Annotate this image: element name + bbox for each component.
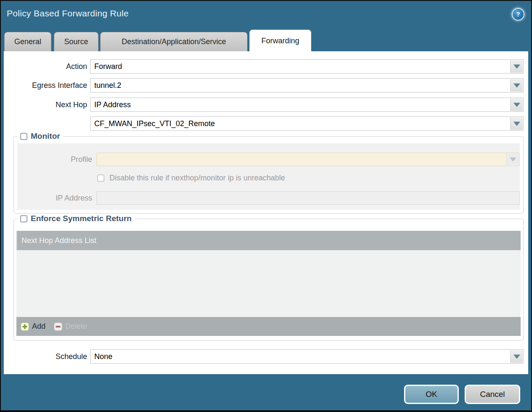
tab-source[interactable]: Source: [54, 32, 98, 51]
profile-dropdown-button: [506, 153, 519, 165]
dropdown-arrow-icon: [513, 355, 520, 359]
monitor-ip-address-input: [96, 191, 520, 205]
delete-button[interactable]: Delete: [54, 322, 87, 331]
next-hop-address-select[interactable]: CF_MWAN_IPsec_VTI_02_Remote: [90, 116, 524, 131]
action-dropdown-button[interactable]: [510, 60, 523, 73]
egress-interface-label: Egress Interface: [4, 78, 87, 92]
disable-rule-label: Disable this rule if nexthop/monitor ip …: [109, 174, 285, 182]
dropdown-arrow-icon: [510, 158, 516, 162]
dropdown-arrow-icon: [513, 65, 520, 69]
dropdown-arrow-icon: [513, 103, 520, 107]
next-hop-address-value: CF_MWAN_IPsec_VTI_02_Remote: [94, 117, 509, 130]
profile-label: Profile: [17, 153, 92, 166]
monitor-fieldset: Monitor Profile Disable this rule if nex…: [13, 136, 524, 214]
next-hop-address-list-header: Next Hop Address List: [16, 231, 521, 250]
dialog-title: Policy Based Forwarding Rule: [7, 8, 129, 18]
schedule-select[interactable]: None: [90, 349, 524, 364]
plus-icon: [21, 322, 29, 331]
action-value: Forward: [94, 60, 509, 73]
disable-rule-checkbox: [97, 174, 104, 182]
next-hop-type-value: IP Address: [94, 98, 509, 111]
next-hop-address-list-body[interactable]: [16, 250, 521, 317]
egress-interface-select[interactable]: tunnel.2: [90, 78, 524, 92]
egress-interface-dropdown-button[interactable]: [510, 79, 523, 92]
delete-button-label: Delete: [65, 322, 87, 331]
egress-interface-value: tunnel.2: [94, 79, 509, 92]
monitor-ip-address-label: IP Address: [17, 191, 92, 205]
next-hop-address-dropdown-button[interactable]: [510, 117, 523, 130]
action-label: Action: [4, 59, 87, 74]
enforce-symmetric-return-checkbox[interactable]: [20, 215, 27, 222]
ok-button[interactable]: OK: [404, 385, 459, 404]
tab-bar: General Source Destination/Application/S…: [4, 29, 528, 51]
schedule-dropdown-button[interactable]: [510, 350, 523, 363]
next-hop-dropdown-button[interactable]: [510, 98, 523, 111]
next-hop-label: Next Hop: [4, 98, 87, 112]
schedule-value: None: [94, 350, 509, 363]
action-select[interactable]: Forward: [90, 59, 524, 74]
next-hop-address-list-footer: Add Delete: [16, 317, 521, 336]
profile-select: [96, 153, 520, 166]
tab-forwarding[interactable]: Forwarding: [249, 29, 311, 51]
next-hop-type-select[interactable]: IP Address: [90, 98, 524, 112]
forwarding-tab-panel: Action Forward Egress Interface tunnel.2…: [4, 51, 528, 374]
add-button[interactable]: Add: [21, 322, 45, 331]
monitor-checkbox[interactable]: [20, 133, 27, 140]
tab-destination-application-service[interactable]: Destination/Application/Service: [100, 32, 247, 51]
dropdown-arrow-icon: [513, 122, 520, 126]
next-hop-address-table: Next Hop Address List Add: [16, 231, 521, 336]
dropdown-arrow-icon: [513, 84, 520, 88]
add-button-label: Add: [32, 322, 45, 331]
minus-icon: [54, 322, 62, 331]
monitor-legend: Monitor: [31, 132, 60, 141]
cancel-button[interactable]: Cancel: [465, 385, 520, 404]
pbf-rule-dialog: Policy Based Forwarding Rule ? General S…: [1, 1, 531, 410]
schedule-label: Schedule: [4, 349, 87, 364]
tab-general[interactable]: General: [4, 32, 51, 51]
enforce-symmetric-return-fieldset: Enforce Symmetric Return Next Hop Addres…: [13, 219, 524, 341]
enforce-symmetric-return-legend: Enforce Symmetric Return: [31, 214, 132, 223]
help-icon[interactable]: ?: [512, 8, 524, 21]
monitor-disabled-panel: Profile Disable this rule if nexthop/mon…: [17, 143, 520, 210]
